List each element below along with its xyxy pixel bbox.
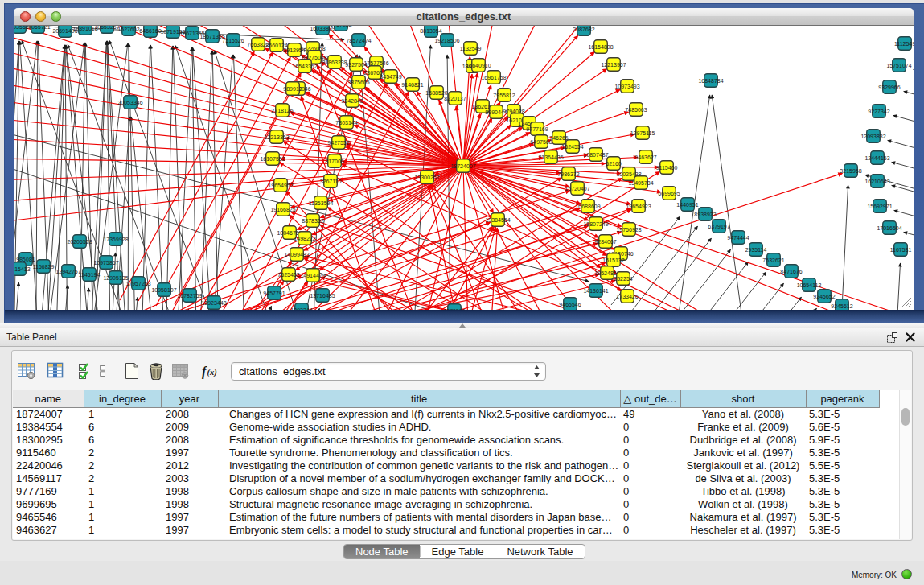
svg-text:9474444: 9474444 — [727, 235, 749, 241]
svg-text:9242848: 9242848 — [341, 98, 363, 104]
svg-text:10654112: 10654112 — [797, 282, 822, 288]
svg-text:15720407: 15720407 — [565, 186, 589, 192]
svg-text:1757232: 1757232 — [330, 26, 351, 27]
svg-text:2087682: 2087682 — [573, 27, 594, 32]
svg-text:1588520: 1588520 — [425, 90, 447, 96]
svg-text:989912: 989912 — [283, 86, 302, 92]
svg-text:6497568: 6497568 — [530, 139, 552, 145]
svg-text:8813054: 8813054 — [420, 28, 441, 34]
svg-text:18671355: 18671355 — [199, 34, 224, 39]
svg-text:1145194: 1145194 — [79, 272, 101, 278]
svg-text:9457791: 9457791 — [263, 290, 285, 296]
svg-text:12213363: 12213363 — [264, 134, 289, 140]
svg-text:6379197: 6379197 — [708, 224, 729, 229]
svg-text:17957253: 17957253 — [125, 281, 150, 286]
svg-text:16848784: 16848784 — [698, 78, 723, 84]
svg-text:19524851: 19524851 — [594, 270, 619, 276]
svg-text:1273596: 1273596 — [443, 308, 465, 311]
svg-text:3267110: 3267110 — [320, 179, 342, 184]
svg-text:1498222: 1498222 — [294, 236, 315, 241]
svg-text:17016504: 17016504 — [877, 225, 901, 231]
svg-text:20206528: 20206528 — [67, 239, 92, 245]
svg-text:6466160: 6466160 — [139, 28, 161, 34]
svg-text:18724007: 18724007 — [450, 163, 475, 169]
svg-text:9777169: 9777169 — [526, 126, 548, 132]
svg-text:13495784: 13495784 — [628, 180, 653, 186]
svg-text:20053346: 20053346 — [117, 100, 142, 105]
svg-text:1156829: 1156829 — [33, 264, 55, 270]
svg-text:16107552: 16107552 — [260, 156, 285, 162]
svg-text:252254: 252254 — [614, 276, 632, 282]
svg-text:9245612: 9245612 — [831, 303, 852, 309]
svg-text:14136141: 14136141 — [583, 288, 608, 294]
svg-text:7803144: 7803144 — [335, 120, 357, 126]
svg-text:19756928: 19756928 — [616, 227, 641, 233]
svg-text:16782759: 16782759 — [177, 293, 202, 299]
svg-text:817006: 817006 — [325, 159, 343, 164]
svg-text:7625402: 7625402 — [277, 272, 299, 278]
svg-text:16210643: 16210643 — [864, 179, 889, 184]
svg-text:1440951: 1440951 — [676, 202, 698, 208]
svg-text:13716485: 13716485 — [310, 293, 335, 299]
svg-text:19384554: 19384554 — [485, 217, 510, 223]
svg-text:7632621: 7632621 — [762, 257, 784, 263]
svg-text:21364436: 21364436 — [538, 154, 563, 160]
svg-text:2935114: 2935114 — [745, 247, 767, 253]
svg-text:8220137: 8220137 — [444, 96, 466, 101]
svg-text:10688609: 10688609 — [575, 204, 600, 209]
svg-text:19218506: 19218506 — [434, 38, 459, 43]
svg-text:746266: 746266 — [549, 135, 568, 141]
svg-text:3215958: 3215958 — [840, 168, 861, 174]
svg-text:78572474: 78572474 — [346, 38, 371, 43]
svg-text:17359928: 17359928 — [103, 237, 128, 242]
svg-text:9463627: 9463627 — [634, 154, 656, 160]
svg-text:10653267: 10653267 — [94, 26, 119, 30]
svg-text:12444153: 12444153 — [864, 155, 889, 161]
svg-text:81863238: 81863238 — [322, 60, 347, 65]
svg-text:12093832: 12093832 — [860, 134, 885, 139]
svg-text:7515526: 7515526 — [222, 38, 244, 43]
svg-text:14055721: 14055721 — [25, 26, 50, 30]
svg-text:18807249: 18807249 — [583, 221, 608, 227]
svg-text:1132549: 1132549 — [460, 46, 482, 51]
svg-text:13300267: 13300267 — [414, 175, 439, 180]
svg-text:1292344: 1292344 — [290, 307, 312, 311]
svg-text:8471676: 8471676 — [780, 269, 802, 274]
svg-text:1615132: 1615132 — [602, 257, 624, 263]
svg-text:1112549: 1112549 — [894, 41, 914, 47]
svg-text:1167531: 1167531 — [890, 247, 912, 253]
svg-text:8938923: 8938923 — [694, 212, 716, 217]
svg-text:7955812: 7955812 — [493, 93, 515, 98]
svg-text:9329966: 9329966 — [878, 84, 900, 90]
svg-text:9227342: 9227342 — [868, 109, 889, 114]
svg-text:3915413: 3915413 — [14, 266, 31, 272]
svg-text:15692971: 15692971 — [867, 204, 892, 209]
svg-text:985081: 985081 — [16, 257, 35, 262]
svg-text:17577546: 17577546 — [363, 60, 388, 66]
svg-text:8454749: 8454749 — [380, 74, 401, 80]
svg-text:10975867: 10975867 — [93, 260, 118, 266]
svg-text:3875605: 3875605 — [347, 80, 369, 85]
svg-text:14914479: 14914479 — [300, 273, 325, 278]
svg-text:15751074: 15751074 — [886, 63, 911, 68]
svg-text:12923448: 12923448 — [201, 300, 226, 306]
svg-text:19166825: 19166825 — [270, 207, 295, 212]
svg-text:8878352: 8878352 — [302, 218, 323, 224]
svg-text:7485063: 7485063 — [625, 107, 647, 113]
svg-text:11353594: 11353594 — [309, 200, 334, 206]
svg-text:7986372: 7986372 — [557, 171, 579, 177]
svg-text:19654923: 19654923 — [626, 204, 651, 209]
svg-text:1527602: 1527602 — [117, 27, 139, 32]
svg-text:10973493: 10973493 — [614, 84, 639, 89]
svg-text:14099483: 14099483 — [284, 252, 309, 257]
svg-text:16154808: 16154808 — [588, 44, 613, 50]
svg-text:9284067: 9284067 — [594, 239, 616, 245]
svg-text:19654952: 19654952 — [268, 183, 293, 188]
svg-text:16640910: 16640910 — [466, 63, 491, 68]
svg-text:16543362: 16543362 — [292, 64, 317, 69]
svg-text:9465546: 9465546 — [559, 302, 581, 307]
svg-text:(x): (x) — [207, 368, 217, 377]
svg-text:1733426: 1733426 — [616, 294, 638, 299]
svg-text:9146821: 9146821 — [401, 82, 423, 88]
svg-text:12975115: 12975115 — [630, 130, 655, 136]
